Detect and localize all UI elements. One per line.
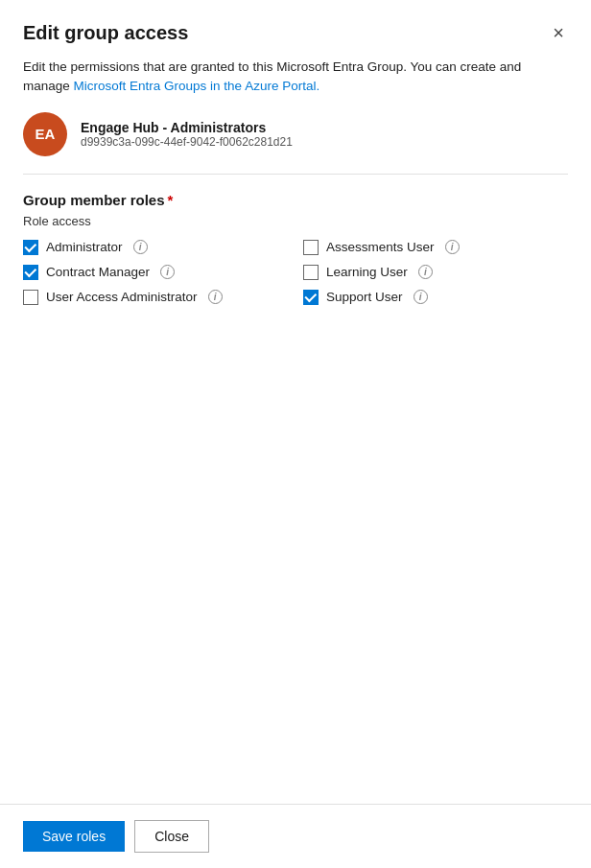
save-roles-button[interactable]: Save roles <box>23 821 125 852</box>
info-icon-user-access-administrator[interactable]: i <box>208 290 223 304</box>
required-star: * <box>168 192 174 208</box>
checkbox-assessments-user[interactable] <box>303 240 319 255</box>
group-info: EA Engage Hub - Administrators d9939c3a-… <box>23 112 568 156</box>
dialog-header: Edit group access × <box>0 0 591 58</box>
group-details: Engage Hub - Administrators d9939c3a-099… <box>81 120 293 149</box>
divider <box>23 174 568 175</box>
roles-section: Group member roles* Role access Administ… <box>23 192 568 305</box>
azure-portal-link[interactable]: Microsoft Entra Groups in the Azure Port… <box>74 79 320 93</box>
checkbox-administrator[interactable] <box>23 240 38 255</box>
edit-group-access-dialog: Edit group access × Edit the permissions… <box>0 0 591 868</box>
close-icon-button[interactable]: × <box>549 19 568 46</box>
role-item-user-access-administrator: User Access Administrator i <box>23 290 288 305</box>
role-item-learning-user: Learning User i <box>303 265 568 280</box>
role-label-contract-manager: Contract Manager <box>46 265 150 279</box>
roles-grid: Administrator i Assessments User i Contr… <box>23 240 568 305</box>
description-text: Edit the permissions that are granted to… <box>23 58 568 97</box>
info-icon-administrator[interactable]: i <box>133 240 148 254</box>
role-label-administrator: Administrator <box>46 240 123 254</box>
dialog-body: Edit the permissions that are granted to… <box>0 58 591 804</box>
role-label-user-access-administrator: User Access Administrator <box>46 290 198 304</box>
role-label-learning-user: Learning User <box>326 265 408 279</box>
checkbox-support-user[interactable] <box>303 290 319 305</box>
checkbox-user-access-administrator[interactable] <box>23 290 38 305</box>
info-icon-learning-user[interactable]: i <box>418 265 433 279</box>
role-item-support-user: Support User i <box>303 290 568 305</box>
info-icon-support-user[interactable]: i <box>414 290 428 304</box>
group-id: d9939c3a-099c-44ef-9042-f0062c281d21 <box>81 135 293 149</box>
info-icon-contract-manager[interactable]: i <box>160 265 175 279</box>
role-item-contract-manager: Contract Manager i <box>23 265 288 280</box>
close-button[interactable]: Close <box>134 820 209 853</box>
role-item-assessments-user: Assessments User i <box>303 240 568 255</box>
section-title: Group member roles* <box>23 192 568 208</box>
checkbox-learning-user[interactable] <box>303 265 319 280</box>
info-icon-assessments-user[interactable]: i <box>445 240 460 254</box>
role-label-assessments-user: Assessments User <box>326 240 435 254</box>
role-label-support-user: Support User <box>326 290 403 304</box>
role-access-label: Role access <box>23 214 568 228</box>
checkbox-contract-manager[interactable] <box>23 265 38 280</box>
role-item-administrator: Administrator i <box>23 240 288 255</box>
dialog-title: Edit group access <box>23 22 188 44</box>
group-name: Engage Hub - Administrators <box>81 120 293 135</box>
avatar: EA <box>23 112 67 156</box>
dialog-footer: Save roles Close <box>0 804 591 868</box>
